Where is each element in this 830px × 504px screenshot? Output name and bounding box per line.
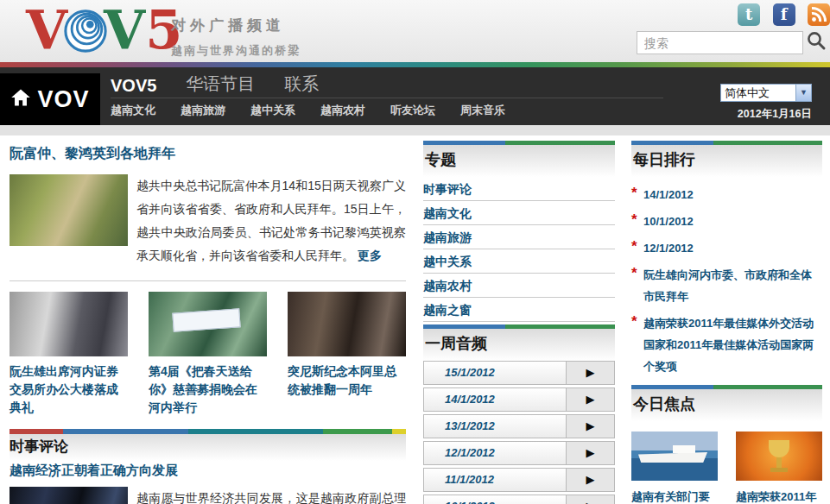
story-image[interactable] [149, 292, 267, 356]
focus-card-ship[interactable]: 越南有关部门要求企业维护在南极遇难船员权益 [631, 432, 718, 504]
site-header: V V5 对外广播频道 越南与世界沟通的桥梁 t f [0, 0, 830, 62]
lead-article-title[interactable]: 阮富仲、黎鸿英到各地拜年 [10, 145, 406, 163]
play-button[interactable]: ▶ [567, 361, 615, 385]
play-button[interactable]: ▶ [567, 468, 615, 492]
bullet-icon: * [631, 236, 637, 257]
ranking-item-label: 10/1/2012 [643, 215, 694, 228]
ranking-item[interactable]: * 12/1/2012 [631, 237, 822, 259]
audio-row[interactable]: 13/1/2012 ▶ [423, 414, 615, 438]
audio-date[interactable]: 11/1/2012 [423, 468, 567, 492]
ranking-item-label: 14/1/2012 [643, 188, 694, 201]
tagline-channel: 对外广播频道 [171, 16, 301, 35]
ranking-item-label: 12/1/2012 [643, 242, 694, 255]
topic-item-culture[interactable]: 越南文化 [423, 201, 615, 225]
ranking-title: 每日排行 [631, 145, 822, 177]
audio-row[interactable]: 10/1/2012 ▶ [423, 495, 615, 504]
bullet-icon: * [631, 262, 637, 284]
vov5-logo[interactable]: V V5 [26, 2, 182, 62]
play-button[interactable]: ▶ [567, 441, 615, 465]
nav-item-vov5[interactable]: VOV5 [111, 76, 156, 96]
nav-item-listener-forum[interactable]: 听友论坛 [390, 103, 435, 118]
twitter-icon[interactable]: t [738, 3, 760, 26]
story-title[interactable]: 阮生雄出席河内证券交易所办公大楼落成典礼 [10, 362, 128, 417]
story-card-stock-exchange[interactable]: 阮生雄出席河内证券交易所办公大楼落成典礼 [10, 292, 128, 417]
focus-image-ship[interactable] [631, 432, 718, 481]
more-link[interactable]: 更多 [358, 249, 382, 262]
audio-date[interactable]: 13/1/2012 [423, 414, 567, 438]
content-top-strip [0, 125, 830, 135]
daily-ranking-panel: 每日排行 * 14/1/2012 * 10/1/2012 * 12/1/2012 [631, 141, 822, 377]
ranking-item[interactable]: * 阮生雄向河内市委、市政府和全体市民拜年 [631, 264, 822, 307]
focus-card-trophy[interactable]: 越南荣获2011年最佳媒体外交活动国家和2011年最佳媒体活动国 [736, 432, 822, 504]
right-column: 每日排行 * 14/1/2012 * 10/1/2012 * 12/1/2012 [631, 141, 822, 504]
main-navigation: VOV VOV5 华语节目 联系 越南文化 越南旅游 越中关系 越南农村 听友论… [0, 67, 830, 125]
story-card-tunisia[interactable]: 突尼斯纪念本阿里总统被推翻一周年 [288, 292, 406, 417]
topic-item-vn-cn-relations[interactable]: 越中关系 [423, 249, 615, 274]
commentary-section-title[interactable]: 时事评论 [10, 434, 406, 461]
focus-image-trophy[interactable] [736, 432, 822, 481]
play-button[interactable]: ▶ [567, 387, 615, 412]
search-input[interactable] [637, 31, 803, 54]
focus-caption[interactable]: 越南荣获2011年最佳媒体外交活动国家和2011年最佳媒体活动国 [736, 485, 822, 504]
focus-caption[interactable]: 越南有关部门要求企业维护在南极遇难船员权益 [631, 485, 718, 504]
topic-item-rural[interactable]: 越南农村 [423, 274, 615, 298]
nav-item-contact[interactable]: 联系 [284, 72, 319, 96]
nav-item-programs[interactable]: 华语节目 [186, 72, 255, 96]
taglines: 对外广播频道 越南与世界沟通的桥梁 [171, 16, 301, 59]
bullet-icon: * [631, 182, 637, 204]
topic-item-travel[interactable]: 越南旅游 [423, 225, 615, 249]
audio-row[interactable]: 14/1/2012 ▶ [423, 387, 615, 412]
logo-letter-v1: V [26, 0, 67, 61]
chevron-down-icon: ▼ [795, 85, 811, 101]
audio-date[interactable]: 15/1/2012 [423, 361, 567, 385]
commentary-image[interactable] [10, 487, 128, 504]
ranking-item[interactable]: * 越南荣获2011年最佳媒体外交活动国家和2011年最佳媒体活动国家两个奖项 [631, 312, 822, 377]
story-title[interactable]: 第4届《把春天送给你》慈善募捐晚会在河内举行 [149, 362, 267, 417]
nav-item-culture[interactable]: 越南文化 [111, 103, 155, 118]
audio-row[interactable]: 12/1/2012 ▶ [423, 441, 615, 465]
ranking-item[interactable]: * 10/1/2012 [631, 211, 822, 232]
lead-article-image[interactable] [10, 174, 128, 246]
nav-item-rural[interactable]: 越南农村 [320, 103, 365, 118]
audio-date[interactable]: 10/1/2012 [423, 495, 567, 504]
nav-item-weekend-music[interactable]: 周末音乐 [460, 103, 505, 118]
ship-superstructure-shape [673, 445, 695, 453]
audio-date[interactable]: 12/1/2012 [423, 441, 567, 465]
facebook-icon[interactable]: f [773, 3, 795, 26]
topics-list: 时事评论 越南文化 越南旅游 越中关系 越南农村 越南之窗 [423, 177, 615, 322]
audio-row[interactable]: 11/1/2012 ▶ [423, 468, 615, 492]
play-button[interactable]: ▶ [567, 414, 615, 438]
story-image[interactable] [10, 292, 128, 356]
weekly-audio-panel: 一周音频 15/1/2012 ▶ 14/1/2012 ▶ 13/1/2012 ▶ [423, 324, 615, 504]
nav-primary-row: VOV5 华语节目 联系 [111, 67, 663, 98]
content-area: 阮富仲、黎鸿英到各地拜年 越共中央总书记阮富仲本月14和15日两天视察广义省并向… [0, 125, 830, 504]
audio-title: 一周音频 [423, 329, 615, 361]
nav-home-label: VOV [37, 86, 89, 113]
topic-item-window[interactable]: 越南之窗 [423, 298, 615, 322]
commentary-article-title[interactable]: 越南经济正朝着正确方向发展 [10, 463, 406, 479]
tagline-slogan: 越南与世界沟通的桥梁 [171, 43, 301, 59]
story-image[interactable] [288, 292, 406, 356]
facebook-glyph: f [781, 5, 788, 23]
story-card-charity-gala[interactable]: 第4届《把春天送给你》慈善募捐晚会在河内举行 [149, 292, 267, 417]
story-title[interactable]: 突尼斯纪念本阿里总统被推翻一周年 [288, 362, 406, 399]
twitter-glyph: t [745, 5, 752, 23]
bullet-icon: * [631, 209, 637, 230]
play-button[interactable]: ▶ [567, 495, 615, 504]
language-select[interactable]: 简体中文 ▼ [720, 84, 812, 102]
today-focus-panel: 今日焦点 越南有关部门要求企业维护在南极遇难船员权益 [631, 385, 822, 504]
ranking-list: * 14/1/2012 * 10/1/2012 * 12/1/2012 * 阮生… [631, 184, 822, 377]
language-select-value: 简体中文 [721, 85, 795, 101]
rss-icon[interactable] [808, 3, 830, 26]
search-icon[interactable] [804, 29, 828, 54]
logo-letter-v2: V [104, 0, 145, 61]
ranking-item[interactable]: * 14/1/2012 [631, 184, 822, 205]
lead-article: 越共中央总书记阮富仲本月14和15日两天视察广义省并向该省省委、省政府和人民拜年… [10, 174, 406, 268]
topic-item-commentary[interactable]: 时事评论 [423, 177, 615, 201]
bullet-icon: * [631, 311, 637, 332]
nav-item-vn-cn-relations[interactable]: 越中关系 [250, 103, 295, 118]
nav-home-button[interactable]: VOV [0, 73, 100, 125]
audio-date[interactable]: 14/1/2012 [423, 387, 567, 412]
audio-row[interactable]: 15/1/2012 ▶ [423, 361, 615, 385]
nav-item-travel[interactable]: 越南旅游 [181, 103, 225, 118]
